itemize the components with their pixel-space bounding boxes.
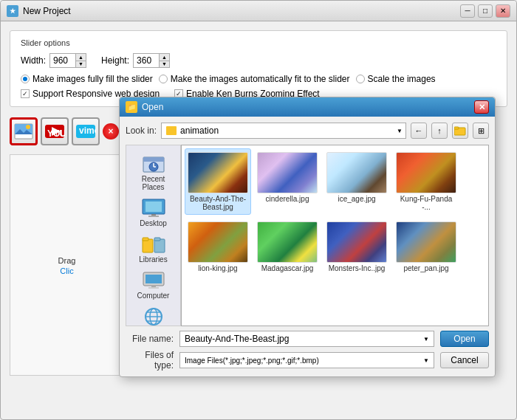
filename-input[interactable]: Beauty-And-The-Beast.jpg ▼ <box>179 331 434 347</box>
thumb-kungfu <box>396 152 456 193</box>
main-titlebar: ★ New Project ─ □ ✕ <box>1 1 516 21</box>
svg-text:vimeo: vimeo <box>79 125 96 136</box>
file-label-cinderella: cinderella.jpg <box>266 195 309 203</box>
computer-icon <box>142 271 165 290</box>
click-text[interactable]: Clic <box>60 266 73 275</box>
height-label: Height: <box>101 55 129 66</box>
add-vimeo-button[interactable]: vimeo <box>72 117 100 145</box>
width-input[interactable]: 960 <box>50 54 77 67</box>
look-in-label: Look in: <box>126 125 157 136</box>
file-item-monsters[interactable]: Monsters-Inc..jpg <box>323 218 390 276</box>
dialog-folder-icon: 📁 <box>126 101 137 113</box>
cancel-button[interactable]: Cancel <box>440 352 489 368</box>
recent-places-label: Recent Places <box>130 175 177 191</box>
file-item-iceage[interactable]: ice_age.jpg <box>323 148 390 215</box>
radio-scale[interactable]: Scale the images <box>356 74 436 84</box>
file-label-kungfu: Kung-Fu-Panda-... <box>397 195 456 211</box>
height-up[interactable]: ▲ <box>159 54 169 61</box>
dialog-close-button[interactable]: ✕ <box>474 100 489 114</box>
add-image-icon <box>13 121 34 142</box>
file-item-beauty[interactable]: Beauty-And-The-Beast.jpg <box>185 148 251 215</box>
window-controls: ─ □ ✕ <box>460 4 510 18</box>
width-spinner[interactable]: 960 ▲ ▼ <box>49 53 86 68</box>
radio-fill[interactable]: Make images fully fill the slider <box>21 74 153 84</box>
radio-fit[interactable]: Make the images automatically fit to the… <box>159 74 350 84</box>
file-item-cinderella[interactable]: cinderella.jpg <box>254 148 321 215</box>
height-down[interactable]: ▼ <box>159 61 169 68</box>
height-spinner[interactable]: 360 ▲ ▼ <box>133 53 170 68</box>
file-label-lionking: lion-king.jpg <box>198 264 237 272</box>
thumb-peterpan <box>396 221 456 263</box>
vimeo-icon: vimeo <box>75 121 96 142</box>
app-icon: ★ <box>7 5 18 17</box>
filetype-combo[interactable]: Image Files(*.jpg;*.jpeg;*.png;*.gif;*.b… <box>179 352 434 368</box>
radio-fit-label: Make the images automatically fit to the… <box>171 74 350 84</box>
minimize-button[interactable]: ─ <box>460 4 475 18</box>
responsive-checkbox[interactable] <box>21 89 30 98</box>
look-in-select[interactable]: animation ▼ <box>161 123 406 139</box>
file-grid: Beauty-And-The-Beast.jpg cinderella.jpg … <box>181 145 489 326</box>
computer-label: Computer <box>137 292 170 300</box>
file-label-peterpan: peter_pan.jpg <box>403 264 448 272</box>
thumb-cinderella <box>257 152 318 193</box>
maximize-button[interactable]: □ <box>478 4 493 18</box>
height-group: Height: 360 ▲ ▼ <box>101 53 170 68</box>
nav-back-button[interactable]: ← <box>411 123 427 139</box>
filename-label: File name: <box>126 334 174 344</box>
radio-fill-circle[interactable] <box>21 75 30 83</box>
view-toggle-button[interactable]: ⊞ <box>473 123 489 139</box>
nav-libraries[interactable]: Libraries <box>129 232 179 266</box>
dialog-body: Look in: animation ▼ ← ↑ ⊞ <box>120 117 495 376</box>
file-item-madagascar[interactable]: Madagascar.jpg <box>254 218 321 276</box>
svg-rect-21 <box>143 239 153 252</box>
drag-text: Drag <box>58 255 76 267</box>
thumb-lionking <box>188 221 248 263</box>
nav-up-button[interactable]: ↑ <box>431 123 448 139</box>
svg-rect-20 <box>148 216 159 217</box>
nav-panel: Recent Places Desktop <box>126 145 181 326</box>
file-item-peterpan[interactable]: peter_pan.jpg <box>393 218 459 276</box>
folder-icon <box>166 126 177 135</box>
desktop-label: Desktop <box>140 219 167 227</box>
width-up[interactable]: ▲ <box>75 54 86 61</box>
add-image-button[interactable] <box>10 117 38 145</box>
nav-desktop[interactable]: Desktop <box>129 196 179 230</box>
close-button[interactable]: ✕ <box>496 4 510 18</box>
svg-rect-22 <box>143 238 148 241</box>
svg-text:TUBE: TUBE <box>54 128 65 139</box>
width-down[interactable]: ▼ <box>75 61 86 68</box>
radio-fill-label: Make images fully fill the slider <box>32 74 153 84</box>
filename-dropdown-icon[interactable]: ▼ <box>423 336 429 342</box>
svg-point-3 <box>26 125 30 129</box>
open-button[interactable]: Open <box>440 331 489 347</box>
svg-rect-24 <box>154 238 160 241</box>
radio-row: Make images fully fill the slider Make t… <box>21 74 496 84</box>
file-label-madagascar: Madagascar.jpg <box>261 264 314 272</box>
filename-row: File name: Beauty-And-The-Beast.jpg ▼ Op… <box>126 331 489 347</box>
nav-recent-places[interactable]: Recent Places <box>129 151 179 194</box>
create-folder-button[interactable] <box>452 123 468 139</box>
add-youtube-button[interactable]: YOU TUBE <box>41 117 69 145</box>
height-input[interactable]: 360 <box>134 54 160 67</box>
libraries-label: Libraries <box>139 255 167 264</box>
nav-computer[interactable]: Computer <box>129 268 179 303</box>
desktop-icon <box>142 199 165 218</box>
file-label-beauty: Beauty-And-The-Beast.jpg <box>188 195 247 211</box>
slider-options-label: Slider options <box>21 38 496 47</box>
filetype-chevron-icon: ▼ <box>423 357 429 364</box>
svg-rect-18 <box>145 202 162 212</box>
filename-value: Beauty-And-The-Beast.jpg <box>185 334 289 344</box>
file-item-kungfu[interactable]: Kung-Fu-Panda-... <box>393 148 459 215</box>
thumb-madagascar <box>257 221 318 263</box>
libraries-icon <box>142 235 165 254</box>
svg-rect-23 <box>154 239 165 252</box>
width-label: Width: <box>21 55 46 66</box>
dialog-titlebar: 📁 Open ✕ <box>120 97 495 117</box>
file-item-lionking[interactable]: lion-king.jpg <box>185 218 251 276</box>
filetype-row: Files of type: Image Files(*.jpg;*.jpeg;… <box>126 350 489 371</box>
close-tool-button[interactable]: × <box>103 123 119 140</box>
radio-fit-circle[interactable] <box>159 75 168 83</box>
thumb-beauty <box>188 152 248 193</box>
radio-scale-circle[interactable] <box>356 75 365 83</box>
nav-network[interactable]: Network <box>129 304 179 326</box>
